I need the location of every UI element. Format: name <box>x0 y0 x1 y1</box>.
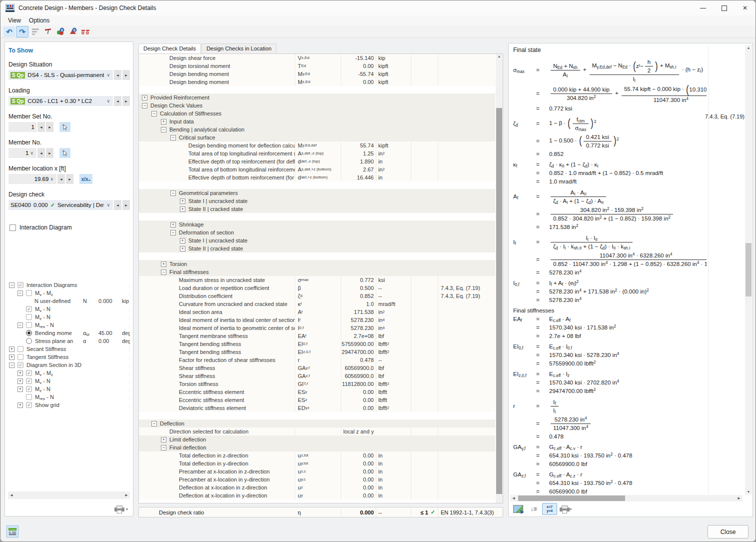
expand-toggle[interactable]: − <box>142 103 147 108</box>
expand-toggle[interactable]: − <box>161 127 166 132</box>
tree-checkbox[interactable]: ✓ <box>26 378 32 384</box>
table-row[interactable]: Direction selected for calculationlocal … <box>139 428 495 436</box>
member-prev-button[interactable]: ◄ <box>37 148 45 158</box>
expand-toggle[interactable]: + <box>161 262 166 267</box>
scroll-up-icon[interactable]: ▲ <box>496 54 503 58</box>
table-row[interactable]: Deviatoric stiffness elementEDyz0.00lbff… <box>139 404 495 412</box>
maximize-icon[interactable] <box>714 0 735 16</box>
tree-checkbox[interactable]: ✓ <box>26 402 32 408</box>
tree-checkbox[interactable] <box>26 394 32 400</box>
group-row[interactable]: +Limit deflection <box>139 436 495 444</box>
expand-toggle[interactable]: − <box>170 135 176 140</box>
group-row[interactable]: +Torsion <box>139 260 495 268</box>
table-row[interactable]: Total deflection in z-directionuz,tot0.0… <box>139 452 495 460</box>
member-set-next-button[interactable]: ► <box>46 122 53 132</box>
group-row[interactable]: −Final stiffnesses <box>139 268 495 276</box>
expand-toggle[interactable]: + <box>9 354 14 360</box>
design-situation-next-button[interactable]: ► <box>122 70 130 80</box>
relative-location-button[interactable]: x/x₀ <box>79 174 92 184</box>
loading-dropdown[interactable]: S Qp CO26 - LC1 + 0.30 * LC2 ∨ <box>8 96 113 106</box>
expand-toggle[interactable]: + <box>17 386 23 392</box>
tree-item[interactable]: Stress plane anα0.00deg <box>8 337 130 345</box>
group-row[interactable]: +State II | cracked state <box>139 205 495 213</box>
table-row[interactable]: Tangent bending stiffnessEI0,f57559900.0… <box>139 340 495 348</box>
tree-item[interactable]: −Mres - N <box>8 321 130 329</box>
scroll-right-icon[interactable]: ► <box>124 493 128 498</box>
print-button[interactable]: ▾ <box>114 505 128 513</box>
scrollbar-thumb[interactable] <box>496 108 502 494</box>
menu-view[interactable]: View <box>4 16 24 25</box>
table-row[interactable]: Total deflection in y-directionuy,tot0.0… <box>139 460 495 468</box>
expand-toggle[interactable]: + <box>180 246 185 252</box>
table-row[interactable]: Total area of bottom longitudinal reinfo… <box>139 166 495 174</box>
group-row[interactable]: −Deflection <box>139 420 495 428</box>
expand-toggle[interactable]: + <box>180 198 185 204</box>
location-prev-button[interactable]: ◄ <box>57 174 65 184</box>
scroll-up-icon[interactable]: ▲ <box>745 46 752 50</box>
tree-item[interactable]: +✓Show grid <box>8 401 130 409</box>
tree-value[interactable]: 0.000 <box>96 298 120 304</box>
expand-toggle[interactable]: + <box>161 437 166 442</box>
scroll-left-icon[interactable]: ◄ <box>512 496 516 500</box>
expand-toggle[interactable]: + <box>180 206 185 212</box>
table-row[interactable]: Ideal section areaAf171.538in2 <box>139 308 495 316</box>
group-row[interactable]: −Deformation of section <box>139 228 495 236</box>
table-row[interactable]: Precamber at x-location in z-directionuz… <box>139 468 495 476</box>
expand-toggle[interactable]: − <box>170 230 176 236</box>
result-list-button[interactable] <box>29 26 41 37</box>
display-colors-button[interactable]: 0 <box>54 26 66 37</box>
table-row[interactable]: Eccentric stiffness elementESz0.00lbfft <box>139 396 495 404</box>
tree-item[interactable]: Mz - N <box>8 313 130 321</box>
tree-checkbox[interactable] <box>17 346 23 352</box>
tree-item[interactable]: N user-definedN0.000kip <box>8 297 130 305</box>
tree-item[interactable]: +Secant Stiffness <box>8 345 130 353</box>
table-row[interactable]: Design bending moment for deflection cal… <box>139 142 495 150</box>
close-button[interactable]: Close <box>708 525 749 538</box>
expand-toggle[interactable]: + <box>17 378 23 384</box>
tree-checkbox[interactable]: ✓ <box>17 362 23 368</box>
print-button[interactable]: ▾ <box>559 504 573 514</box>
table-row[interactable]: Effective depth of top reinforcement (fo… <box>139 158 495 166</box>
table-row[interactable]: Ideal moment of inertia to geometric cen… <box>139 324 495 332</box>
units-settings-button[interactable]: 0.00 <box>6 526 18 538</box>
member-dropdown[interactable]: 1 ∨ <box>8 148 36 158</box>
location-dropdown[interactable]: 19.69 ∨ <box>8 174 56 184</box>
table-row[interactable]: Eccentric stiffness elementESy0.00lbfft <box>139 388 495 396</box>
design-situation-dropdown[interactable]: S Qp DS4 - SLS - Quasi-permanent ∨ <box>8 70 113 80</box>
middle-vertical-scrollbar[interactable]: ▲ <box>496 54 503 503</box>
expand-toggle[interactable]: + <box>170 222 176 228</box>
tree-checkbox[interactable]: ✓ <box>17 282 23 288</box>
scrollbar-thumb[interactable] <box>746 243 752 297</box>
group-row[interactable]: −Bending | analytical calculation <box>139 126 495 134</box>
tab-design-check-details[interactable]: Design Check Details <box>138 44 201 54</box>
expand-toggle[interactable]: − <box>170 190 176 196</box>
tree-item[interactable]: Bending momeαM45.00deg <box>8 329 130 337</box>
tree-checkbox[interactable] <box>17 354 23 360</box>
nav-previous-button[interactable]: ↶ <box>3 26 15 37</box>
tree-checkbox[interactable] <box>26 322 32 328</box>
interaction-diagram-checkbox[interactable] <box>9 224 16 231</box>
table-row[interactable]: Tangent membrane stiffnessEAf2.7e+08lbf <box>139 332 495 340</box>
tree-radio[interactable] <box>26 338 32 344</box>
formula-vertical-scrollbar[interactable]: ▲ ▼ <box>745 45 752 494</box>
group-row[interactable]: +Provided Reinforcement <box>139 94 495 102</box>
table-row[interactable]: Total area of top longitudinal reinforce… <box>139 150 495 158</box>
smoothing-button[interactable] <box>79 26 91 37</box>
table-row[interactable]: Deflection at x-location in z-directionu… <box>139 484 495 492</box>
table-row[interactable]: Curvature from uncracked and cracked sta… <box>139 300 495 308</box>
member-set-input[interactable]: 1 <box>8 122 36 132</box>
table-row[interactable]: Design bending momentMy,Ed-55.74kipft <box>139 70 495 78</box>
table-row[interactable]: Shear stiffnessGAy,f60569900.0lbf <box>139 364 495 372</box>
table-row[interactable]: Torsion stiffnessGIT,f11812800.00lbfft2 <box>139 380 495 388</box>
tree-item[interactable]: +✓Mz - N <box>8 385 130 393</box>
tree-item[interactable]: ✓My - N <box>8 305 130 313</box>
member-next-button[interactable]: ► <box>46 148 53 158</box>
design-check-dropdown[interactable]: SE0400 0.000 ✓ Serviceability | Defl... … <box>8 200 113 210</box>
nav-next-button[interactable]: ↷ <box>16 26 28 38</box>
table-row[interactable]: Maximum stress in uncracked stateσmax0.7… <box>139 276 495 284</box>
design-check-next-button[interactable]: ► <box>122 200 130 210</box>
tree-value[interactable]: 45.00 <box>96 330 120 336</box>
table-row[interactable]: Design bending momentMz,Ed0.00kipft <box>139 78 495 86</box>
member-pick-button[interactable]: × <box>59 148 70 158</box>
scroll-left-icon[interactable]: ◄ <box>9 493 13 498</box>
